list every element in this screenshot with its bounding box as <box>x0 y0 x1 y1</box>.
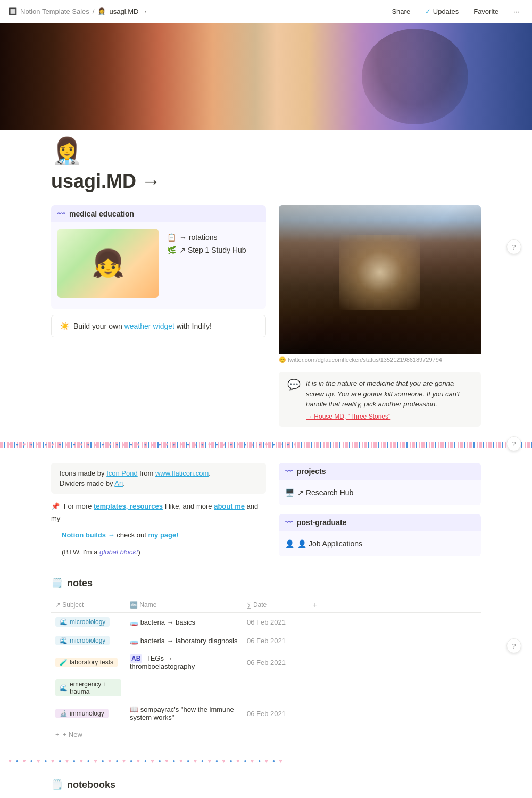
topbar-left: 🔲 Notion Template Sales / 👩‍⚕️ usagi.MD … <box>9 7 147 15</box>
rotations-link[interactable]: 📋 → rotations <box>167 231 260 244</box>
toggle-header-medical[interactable]: 〰 medical education <box>51 205 266 222</box>
templates-link[interactable]: templates, resources <box>94 502 163 510</box>
global-block-link[interactable]: global block! <box>99 548 138 556</box>
check-icon: ✓ <box>425 7 431 15</box>
plus-icon: + <box>55 730 60 738</box>
topbar-right: Share ✓ Updates Favorite ··· <box>387 5 523 18</box>
name-cell <box>126 675 243 701</box>
projects-toggle-body: 🖥️ ↗ Research Hub <box>279 480 481 505</box>
notebooks-header: 🗒️ notebooks <box>51 779 481 791</box>
breadcrumb-sep: / <box>93 7 95 15</box>
table-row[interactable]: 🌊 emergency + trauma <box>51 675 481 701</box>
step1-link[interactable]: 🌿 ↗ Step 1 Study Hub <box>167 244 260 256</box>
quote-avatar-icon: 💬 <box>287 378 301 420</box>
table-row[interactable]: 🔬 immunology 📖 sompayrac's "how the immu… <box>51 701 481 726</box>
new-row-button[interactable]: + + New <box>51 726 481 743</box>
subject-cell: 🌊 microbiology <box>51 631 126 650</box>
toggle-label-medical: medical education <box>69 210 134 218</box>
applications-icon: 👤 <box>285 539 294 548</box>
updates-button[interactable]: ✓ Updates <box>421 5 463 18</box>
post-graduate-toggle: 〰 post-graduate 👤 👤 Job Applications <box>279 514 481 556</box>
table-row[interactable]: 🌊 microbiology 🧫 bacteria → laboratory d… <box>51 631 481 650</box>
notebooks-section: 🗒️ notebooks 🌊 musculoskeletal organ sys… <box>51 779 481 798</box>
subject-tag: 🔬 immunology <box>55 709 109 718</box>
step1-icon: 🌿 <box>167 246 176 254</box>
note-page-icon-2: 🧫 <box>130 637 138 645</box>
favorite-button[interactable]: Favorite <box>469 5 503 18</box>
topbar: 🔲 Notion Template Sales / 👩‍⚕️ usagi.MD … <box>0 0 532 23</box>
projects-toggle-header[interactable]: 〰 projects <box>279 463 481 480</box>
attribution-line2: Dividers made by Ari. <box>60 479 257 487</box>
painting-image <box>279 205 481 354</box>
table-row[interactable]: 🌊 microbiology 🧫 bacteria → basics 06 Fe… <box>51 613 481 631</box>
quote-block: 💬 It is in the nature of medicine that y… <box>279 372 481 427</box>
help-button-3[interactable]: ? <box>506 638 521 653</box>
avatar-area: 👩‍⚕️ <box>0 130 532 164</box>
quote-content: It is in the nature of medicine that you… <box>306 378 472 420</box>
medical-education-toggle: 〰 medical education 👧 📋 → rotations 🌿 <box>51 205 266 337</box>
col-header-subject[interactable]: ↗ Subject <box>51 597 126 613</box>
post-grad-label: post-graduate <box>297 518 346 527</box>
notion-builds-link[interactable]: Notion builds → <box>62 531 115 539</box>
date-cell-3: 06 Feb 2021 <box>243 650 306 675</box>
attribution-line1: Icons made by Icon Pond from www.flatico… <box>60 469 257 477</box>
painting-card: 😊 twitter.com/dglaucomflecken/status/135… <box>279 205 481 365</box>
more-button[interactable]: ··· <box>509 5 523 18</box>
pin-icon: 📌 <box>51 502 60 510</box>
subject-tag: 🌊 microbiology <box>55 636 110 645</box>
weather-link[interactable]: weather widget <box>124 322 174 330</box>
rotations-icon: 📋 <box>167 233 176 242</box>
projects-label: projects <box>297 467 326 476</box>
templates-btw: (BTW, I'm a global block!) <box>51 546 266 558</box>
post-grad-toggle-header[interactable]: 〰 post-graduate <box>279 514 481 531</box>
name-cell: 📖 sompayrac's "how the immune system wor… <box>126 701 243 726</box>
subject-cell: 🌊 microbiology <box>51 613 126 631</box>
col-header-date[interactable]: ∑ Date <box>243 597 306 613</box>
medical-anime-image: 👧 <box>57 229 159 298</box>
attribution-box: Icons made by Icon Pond from www.flatico… <box>51 463 266 494</box>
main-content: 〰 medical education 👧 📋 → rotations 🌿 <box>0 205 532 798</box>
share-button[interactable]: Share <box>387 5 414 18</box>
templates-box: 📌 For more templates, resources I like, … <box>51 494 266 565</box>
two-column-layout: 〰 medical education 👧 📋 → rotations 🌿 <box>51 205 481 427</box>
info-section: Icons made by Icon Pond from www.flatico… <box>51 463 481 565</box>
name-cell: 🧫 bacteria → basics <box>126 613 243 631</box>
research-hub-link[interactable]: 🖥️ ↗ Research Hub <box>285 486 475 499</box>
subject-tag: 🧪 laboratory tests <box>55 658 118 667</box>
ari-link[interactable]: Ari <box>114 479 123 487</box>
date-cell-5: 06 Feb 2021 <box>243 701 306 726</box>
notes-title: notes <box>67 578 93 589</box>
notes-table-header-row: ↗ Subject 🔤 Name ∑ Date + <box>51 597 481 613</box>
immuno-icon: 🔬 <box>60 710 68 717</box>
templates-line2: Notion builds → check out my page! <box>51 529 266 541</box>
note-page-icon-3: AB <box>130 654 142 663</box>
applications-link[interactable]: 👤 👤 Job Applications <box>285 537 475 550</box>
notes-section: 🗒️ notes ↗ Subject 🔤 Name ∑ Date + <box>51 577 481 743</box>
help-button-2[interactable]: ? <box>506 436 521 451</box>
about-link[interactable]: about me <box>214 502 245 510</box>
quote-source[interactable]: → House MD, "Three Stories" <box>306 413 472 420</box>
note-page-icon: 🧫 <box>130 618 138 626</box>
help-button-1[interactable]: ? <box>506 239 521 254</box>
page-title-area: usagi.MD → <box>0 164 532 205</box>
notes-header: 🗒️ notes <box>51 577 481 589</box>
flaticon-link[interactable]: www.flaticon.com <box>155 469 209 477</box>
subject-cell: 🔬 immunology <box>51 701 126 726</box>
page-breadcrumb[interactable]: usagi.MD → <box>109 7 147 15</box>
toggle-chevron-icon: 〰 <box>57 210 65 218</box>
col-header-add[interactable]: + <box>306 597 481 613</box>
workspace-label[interactable]: Notion Template Sales <box>20 7 89 15</box>
subject-tag: 🌊 microbiology <box>55 617 110 627</box>
page-title: usagi.MD → <box>51 170 481 193</box>
date-cell-4 <box>243 675 306 701</box>
projects-chevron-icon: 〰 <box>285 467 293 476</box>
avatar-emoji: 👩‍⚕️ <box>51 137 83 165</box>
left-column: 〰 medical education 👧 📋 → rotations 🌿 <box>51 205 266 344</box>
notebooks-icon: 🗒️ <box>51 779 63 791</box>
table-row[interactable]: 🧪 laboratory tests AB TEGs → thromboelas… <box>51 650 481 675</box>
my-page-link[interactable]: my page! <box>148 531 179 539</box>
icon-pond-link[interactable]: Icon Pond <box>106 469 138 477</box>
subject-cell: 🧪 laboratory tests <box>51 650 126 675</box>
col-header-name[interactable]: 🔤 Name <box>126 597 243 613</box>
microbio-icon: 🌊 <box>60 618 68 626</box>
